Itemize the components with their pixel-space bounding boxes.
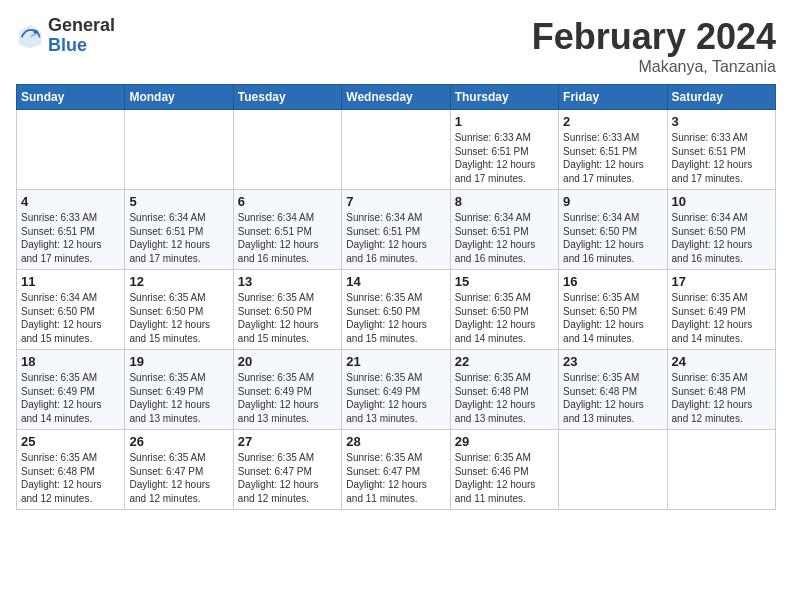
week-row-4: 25Sunrise: 6:35 AM Sunset: 6:48 PM Dayli… <box>17 430 776 510</box>
day-cell <box>233 110 341 190</box>
day-cell: 20Sunrise: 6:35 AM Sunset: 6:49 PM Dayli… <box>233 350 341 430</box>
day-info: Sunrise: 6:34 AM Sunset: 6:51 PM Dayligh… <box>346 211 445 265</box>
logo-text: General Blue <box>48 16 115 56</box>
day-cell: 8Sunrise: 6:34 AM Sunset: 6:51 PM Daylig… <box>450 190 558 270</box>
day-cell: 14Sunrise: 6:35 AM Sunset: 6:50 PM Dayli… <box>342 270 450 350</box>
day-cell <box>559 430 667 510</box>
day-number: 17 <box>672 274 771 289</box>
day-number: 23 <box>563 354 662 369</box>
day-cell: 22Sunrise: 6:35 AM Sunset: 6:48 PM Dayli… <box>450 350 558 430</box>
day-number: 15 <box>455 274 554 289</box>
week-row-1: 4Sunrise: 6:33 AM Sunset: 6:51 PM Daylig… <box>17 190 776 270</box>
day-number: 29 <box>455 434 554 449</box>
day-cell: 13Sunrise: 6:35 AM Sunset: 6:50 PM Dayli… <box>233 270 341 350</box>
day-number: 10 <box>672 194 771 209</box>
day-info: Sunrise: 6:34 AM Sunset: 6:50 PM Dayligh… <box>672 211 771 265</box>
day-cell: 26Sunrise: 6:35 AM Sunset: 6:47 PM Dayli… <box>125 430 233 510</box>
day-number: 8 <box>455 194 554 209</box>
day-number: 12 <box>129 274 228 289</box>
day-number: 13 <box>238 274 337 289</box>
day-info: Sunrise: 6:35 AM Sunset: 6:50 PM Dayligh… <box>346 291 445 345</box>
day-info: Sunrise: 6:33 AM Sunset: 6:51 PM Dayligh… <box>21 211 120 265</box>
day-cell: 12Sunrise: 6:35 AM Sunset: 6:50 PM Dayli… <box>125 270 233 350</box>
day-cell: 23Sunrise: 6:35 AM Sunset: 6:48 PM Dayli… <box>559 350 667 430</box>
day-info: Sunrise: 6:34 AM Sunset: 6:51 PM Dayligh… <box>455 211 554 265</box>
day-number: 16 <box>563 274 662 289</box>
day-cell: 5Sunrise: 6:34 AM Sunset: 6:51 PM Daylig… <box>125 190 233 270</box>
day-cell: 16Sunrise: 6:35 AM Sunset: 6:50 PM Dayli… <box>559 270 667 350</box>
header-cell-thursday: Thursday <box>450 85 558 110</box>
header-cell-friday: Friday <box>559 85 667 110</box>
day-number: 24 <box>672 354 771 369</box>
day-number: 7 <box>346 194 445 209</box>
calendar-table: SundayMondayTuesdayWednesdayThursdayFrid… <box>16 84 776 510</box>
day-info: Sunrise: 6:35 AM Sunset: 6:49 PM Dayligh… <box>672 291 771 345</box>
day-cell <box>17 110 125 190</box>
day-number: 4 <box>21 194 120 209</box>
day-cell: 4Sunrise: 6:33 AM Sunset: 6:51 PM Daylig… <box>17 190 125 270</box>
svg-point-1 <box>34 29 38 33</box>
day-cell: 10Sunrise: 6:34 AM Sunset: 6:50 PM Dayli… <box>667 190 775 270</box>
day-cell: 1Sunrise: 6:33 AM Sunset: 6:51 PM Daylig… <box>450 110 558 190</box>
day-cell: 28Sunrise: 6:35 AM Sunset: 6:47 PM Dayli… <box>342 430 450 510</box>
day-cell: 17Sunrise: 6:35 AM Sunset: 6:49 PM Dayli… <box>667 270 775 350</box>
day-number: 22 <box>455 354 554 369</box>
day-info: Sunrise: 6:34 AM Sunset: 6:50 PM Dayligh… <box>21 291 120 345</box>
header-cell-wednesday: Wednesday <box>342 85 450 110</box>
day-number: 27 <box>238 434 337 449</box>
day-info: Sunrise: 6:35 AM Sunset: 6:47 PM Dayligh… <box>238 451 337 505</box>
day-cell: 19Sunrise: 6:35 AM Sunset: 6:49 PM Dayli… <box>125 350 233 430</box>
day-info: Sunrise: 6:35 AM Sunset: 6:49 PM Dayligh… <box>21 371 120 425</box>
header-cell-saturday: Saturday <box>667 85 775 110</box>
day-number: 28 <box>346 434 445 449</box>
page-header: General Blue February 2024 Makanya, Tanz… <box>16 16 776 76</box>
day-info: Sunrise: 6:35 AM Sunset: 6:49 PM Dayligh… <box>129 371 228 425</box>
day-number: 11 <box>21 274 120 289</box>
day-info: Sunrise: 6:35 AM Sunset: 6:48 PM Dayligh… <box>455 371 554 425</box>
header-cell-monday: Monday <box>125 85 233 110</box>
day-info: Sunrise: 6:35 AM Sunset: 6:49 PM Dayligh… <box>238 371 337 425</box>
day-number: 26 <box>129 434 228 449</box>
month-title: February 2024 <box>532 16 776 58</box>
day-info: Sunrise: 6:35 AM Sunset: 6:49 PM Dayligh… <box>346 371 445 425</box>
day-number: 1 <box>455 114 554 129</box>
day-cell: 15Sunrise: 6:35 AM Sunset: 6:50 PM Dayli… <box>450 270 558 350</box>
day-number: 3 <box>672 114 771 129</box>
day-cell: 24Sunrise: 6:35 AM Sunset: 6:48 PM Dayli… <box>667 350 775 430</box>
logo-general: General <box>48 16 115 36</box>
day-cell <box>125 110 233 190</box>
day-number: 14 <box>346 274 445 289</box>
day-info: Sunrise: 6:33 AM Sunset: 6:51 PM Dayligh… <box>455 131 554 185</box>
day-cell: 11Sunrise: 6:34 AM Sunset: 6:50 PM Dayli… <box>17 270 125 350</box>
day-info: Sunrise: 6:35 AM Sunset: 6:48 PM Dayligh… <box>563 371 662 425</box>
day-info: Sunrise: 6:35 AM Sunset: 6:48 PM Dayligh… <box>672 371 771 425</box>
day-cell: 6Sunrise: 6:34 AM Sunset: 6:51 PM Daylig… <box>233 190 341 270</box>
location-title: Makanya, Tanzania <box>532 58 776 76</box>
day-cell: 21Sunrise: 6:35 AM Sunset: 6:49 PM Dayli… <box>342 350 450 430</box>
day-number: 9 <box>563 194 662 209</box>
week-row-3: 18Sunrise: 6:35 AM Sunset: 6:49 PM Dayli… <box>17 350 776 430</box>
day-cell: 25Sunrise: 6:35 AM Sunset: 6:48 PM Dayli… <box>17 430 125 510</box>
day-number: 2 <box>563 114 662 129</box>
header-cell-sunday: Sunday <box>17 85 125 110</box>
day-number: 20 <box>238 354 337 369</box>
day-cell: 27Sunrise: 6:35 AM Sunset: 6:47 PM Dayli… <box>233 430 341 510</box>
day-info: Sunrise: 6:35 AM Sunset: 6:48 PM Dayligh… <box>21 451 120 505</box>
day-info: Sunrise: 6:35 AM Sunset: 6:47 PM Dayligh… <box>129 451 228 505</box>
day-info: Sunrise: 6:35 AM Sunset: 6:50 PM Dayligh… <box>238 291 337 345</box>
week-row-2: 11Sunrise: 6:34 AM Sunset: 6:50 PM Dayli… <box>17 270 776 350</box>
day-info: Sunrise: 6:35 AM Sunset: 6:50 PM Dayligh… <box>129 291 228 345</box>
day-cell: 29Sunrise: 6:35 AM Sunset: 6:46 PM Dayli… <box>450 430 558 510</box>
week-row-0: 1Sunrise: 6:33 AM Sunset: 6:51 PM Daylig… <box>17 110 776 190</box>
logo-blue: Blue <box>48 36 115 56</box>
day-number: 18 <box>21 354 120 369</box>
day-info: Sunrise: 6:34 AM Sunset: 6:51 PM Dayligh… <box>238 211 337 265</box>
day-number: 25 <box>21 434 120 449</box>
day-cell: 7Sunrise: 6:34 AM Sunset: 6:51 PM Daylig… <box>342 190 450 270</box>
day-cell <box>342 110 450 190</box>
header-cell-tuesday: Tuesday <box>233 85 341 110</box>
day-info: Sunrise: 6:33 AM Sunset: 6:51 PM Dayligh… <box>563 131 662 185</box>
day-info: Sunrise: 6:35 AM Sunset: 6:50 PM Dayligh… <box>455 291 554 345</box>
day-info: Sunrise: 6:33 AM Sunset: 6:51 PM Dayligh… <box>672 131 771 185</box>
logo-icon <box>16 22 44 50</box>
